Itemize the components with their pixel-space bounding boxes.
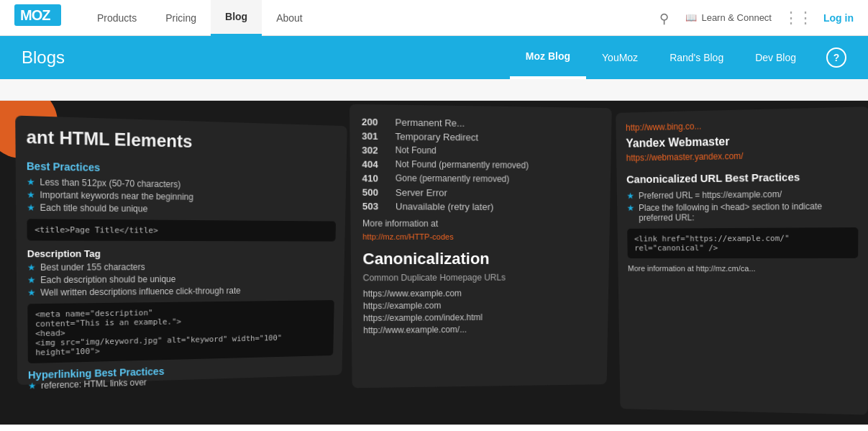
- sub-header-gap: [0, 79, 868, 101]
- canon-url-4: http://www.example.com/...: [363, 324, 597, 336]
- star-icon: ★: [27, 275, 36, 286]
- blog-tabs: Moz Blog YouMoz Rand's Blog Dev Blog ?: [510, 36, 846, 79]
- tab-moz-blog[interactable]: Moz Blog: [510, 36, 586, 79]
- attribution-bar: By: Cyrus Shepard May 18th, 2015: [0, 425, 868, 431]
- http-link: http://mz.cm/HTTP-codes: [362, 232, 454, 241]
- login-link[interactable]: Log in: [823, 12, 854, 24]
- star-icon: ★: [626, 191, 634, 201]
- star-icon: ★: [27, 202, 35, 213]
- right-panel-title: Canonicalized URL Best Practices: [626, 170, 859, 186]
- description-tag-label: Description Tag: [27, 248, 336, 260]
- desc-bullet-1: ★ Best under 155 characters: [27, 261, 335, 273]
- http-more-info: More information at http://mz.cm/HTTP-co…: [362, 216, 598, 242]
- star-icon: ★: [28, 381, 37, 391]
- tab-dev-blog[interactable]: Dev Blog: [739, 36, 812, 79]
- canon-url-2: https://example.com: [363, 300, 597, 312]
- right-bullet-1: ★ Preferred URL = https://example.com/: [626, 189, 858, 201]
- star-icon: ★: [627, 203, 635, 213]
- panel-http-codes: 200Permanent Re... 301Temporary Redirect…: [350, 104, 612, 389]
- nav-blog[interactable]: Blog: [211, 0, 262, 36]
- help-button[interactable]: ?: [826, 47, 846, 68]
- canon-url-1: https://www.example.com: [363, 288, 598, 299]
- blogs-bar: Blogs Moz Blog YouMoz Rand's Blog Dev Bl…: [0, 36, 868, 79]
- nav-products[interactable]: Products: [83, 0, 151, 36]
- star-icon: ★: [27, 189, 35, 200]
- bullet-2: ★ Important keywords near the beginning: [27, 189, 337, 204]
- panel-html-title: ant HTML Elements: [27, 127, 338, 155]
- star-icon: ★: [27, 262, 36, 273]
- canonicalization-title: Canonicalization: [362, 250, 598, 268]
- nav-about[interactable]: About: [262, 0, 317, 36]
- more-options-icon[interactable]: ⋮⋮: [783, 9, 812, 27]
- tab-rands-blog[interactable]: Rand's Blog: [654, 36, 739, 79]
- right-code-block: <link href="https://example.com/" rel="c…: [627, 227, 858, 258]
- panel-html-elements: ant HTML Elements Best Practices ★ Less …: [15, 115, 347, 385]
- svg-text:MOZ: MOZ: [20, 7, 50, 23]
- learn-label: Learn & Connect: [701, 12, 772, 23]
- star-icon: ★: [27, 288, 36, 299]
- blog-post-image: ant HTML Elements Best Practices ★ Less …: [0, 101, 868, 425]
- http-row-301: 301Temporary Redirect: [362, 130, 600, 144]
- book-icon: 📖: [685, 12, 697, 23]
- http-row-302: 302Not Found: [362, 145, 600, 158]
- nav-right: ⚲ 📖 Learn & Connect ⋮⋮ Log in: [659, 9, 854, 27]
- http-row-200: 200Permanent Re...: [362, 117, 600, 131]
- infographic: ant HTML Elements Best Practices ★ Less …: [0, 101, 868, 425]
- tab-youmoz[interactable]: YouMoz: [586, 36, 654, 79]
- learn-connect-link[interactable]: 📖 Learn & Connect: [685, 12, 772, 23]
- desc-bullet-2: ★ Each description should be unique: [27, 273, 335, 286]
- nav-links: Products Pricing Blog About: [83, 0, 659, 36]
- blogs-title: Blogs: [22, 47, 510, 68]
- yandex-label: Yandex Webmaster: [626, 132, 859, 150]
- desc-bullet-3: ★ Well written descriptions influence cl…: [27, 285, 334, 298]
- http-row-500: 500Server Error: [362, 187, 599, 199]
- canon-url-3: https://example.com/index.html: [363, 312, 597, 323]
- moz-logo[interactable]: MOZ: [14, 4, 61, 31]
- yandex-link: https://webmaster.yandex.com/: [626, 149, 859, 163]
- star-icon: ★: [27, 177, 35, 188]
- search-icon[interactable]: ⚲: [659, 11, 674, 25]
- panel-canonicalized-url: http://www.bing.co... Yandex Webmaster h…: [616, 106, 868, 414]
- bing-link: http://www.bing.co...: [626, 117, 859, 133]
- canon-subtitle: Common Duplicate Homepage URLs: [363, 272, 598, 283]
- http-row-410: 410Gone (permanently removed): [362, 173, 599, 186]
- right-more-info: More information at http://mz.cm/ca...: [628, 264, 858, 273]
- code-meta-tag: <meta name="description" content="This i…: [27, 300, 334, 363]
- nav-pricing[interactable]: Pricing: [151, 0, 211, 36]
- bullet-3: ★ Each title should be unique: [27, 202, 336, 216]
- top-nav: MOZ Products Pricing Blog About ⚲ 📖 Lear…: [0, 0, 868, 36]
- http-row-404: 404Not Found (permanently removed): [362, 159, 599, 172]
- best-practices-title: Best Practices: [27, 160, 337, 178]
- http-row-503: 503Unavailable (retry later): [362, 201, 599, 213]
- right-bullet-2: ★ Place the following in <head> section …: [627, 201, 859, 223]
- code-title-tag: <title>Page Title</title>: [27, 219, 336, 241]
